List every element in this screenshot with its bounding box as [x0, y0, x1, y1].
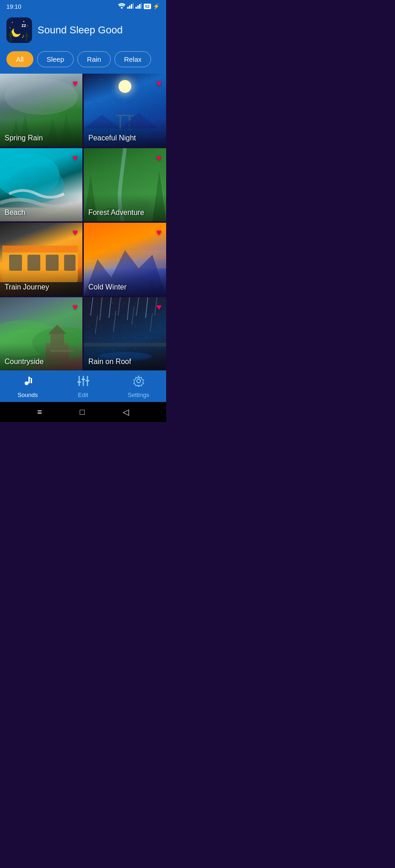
svg-rect-6	[137, 5, 139, 9]
favorite-spring-rain[interactable]: ♥	[72, 78, 78, 89]
svg-point-75	[25, 381, 28, 385]
sound-title-cold-winter: Cold Winter	[88, 283, 127, 291]
svg-line-69	[114, 311, 116, 332]
svg-rect-56	[46, 343, 69, 361]
svg-rect-29	[129, 116, 130, 130]
sound-title-forest-adventure: Forest Adventure	[88, 209, 144, 217]
svg-rect-42	[9, 255, 22, 271]
sound-grid: ♥ Spring Rain ♥ Peaceful Night	[0, 74, 166, 370]
svg-rect-77	[31, 378, 32, 383]
sound-card-rain-on-roof[interactable]: ♥ Rain on Roof	[84, 297, 166, 370]
svg-rect-72	[84, 343, 166, 347]
svg-marker-26	[60, 113, 73, 147]
menu-button[interactable]: ≡	[37, 407, 42, 417]
nav-item-settings[interactable]: Settings	[111, 375, 166, 398]
svg-point-16	[14, 26, 22, 34]
favorite-rain-on-roof[interactable]: ♥	[156, 302, 162, 312]
edit-nav-label: Edit	[78, 391, 88, 398]
svg-line-68	[95, 316, 97, 334]
svg-rect-84	[86, 380, 89, 381]
favorite-forest-adventure[interactable]: ♥	[156, 153, 162, 163]
svg-marker-39	[152, 171, 166, 221]
sound-card-spring-rain[interactable]: ♥ Spring Rain	[0, 74, 82, 147]
svg-point-10	[12, 22, 13, 23]
svg-text:zz: zz	[22, 23, 26, 28]
svg-point-85	[137, 379, 141, 383]
svg-line-64	[127, 297, 130, 320]
charging-icon: ⚡	[153, 3, 160, 10]
app-header: zz ♪ Sound Sleep Good	[0, 13, 166, 49]
svg-rect-83	[77, 381, 81, 383]
signal-icon-2	[135, 3, 142, 10]
system-nav-bar: ≡ □ ◁	[0, 402, 166, 422]
svg-marker-25	[46, 117, 60, 147]
svg-marker-51	[148, 278, 157, 296]
bottom-navigation: Sounds Edit Settings	[0, 370, 166, 402]
favorite-beach[interactable]: ♥	[72, 153, 78, 163]
nav-item-edit[interactable]: Edit	[55, 375, 111, 398]
settings-nav-icon	[133, 375, 145, 390]
svg-rect-28	[119, 116, 121, 130]
status-icons: 52 ⚡	[118, 3, 160, 10]
svg-rect-27	[116, 115, 134, 116]
sound-title-peaceful-night: Peaceful Night	[88, 134, 136, 142]
favorite-cold-winter[interactable]: ♥	[156, 227, 162, 238]
svg-text:♪: ♪	[22, 33, 24, 39]
svg-rect-43	[27, 255, 40, 271]
edit-nav-icon	[77, 375, 89, 390]
filter-tab-all[interactable]: All	[6, 51, 33, 67]
wifi-icon	[118, 3, 125, 10]
signal-icon-1	[127, 3, 134, 10]
app-title: Sound Sleep Good	[38, 24, 123, 36]
svg-rect-4	[133, 3, 134, 9]
favorite-peaceful-night[interactable]: ♥	[156, 78, 162, 89]
sound-title-beach: Beach	[5, 209, 25, 217]
svg-rect-8	[141, 3, 142, 9]
svg-rect-59	[50, 350, 73, 352]
svg-point-12	[27, 25, 28, 26]
favorite-countryside[interactable]: ♥	[72, 302, 78, 312]
svg-point-0	[121, 7, 123, 9]
nav-item-sounds[interactable]: Sounds	[0, 375, 55, 398]
svg-line-63	[118, 297, 120, 316]
svg-line-71	[150, 313, 152, 332]
svg-rect-5	[135, 7, 137, 9]
svg-point-11	[23, 21, 24, 22]
settings-nav-label: Settings	[128, 391, 149, 398]
home-button[interactable]: □	[80, 407, 85, 417]
sound-title-spring-rain: Spring Rain	[5, 134, 43, 142]
svg-line-70	[132, 306, 134, 325]
favorite-train-journey[interactable]: ♥	[72, 227, 78, 238]
status-time: 19:10	[6, 3, 22, 10]
sound-title-train-journey: Train Journey	[5, 283, 49, 291]
sound-title-rain-on-roof: Rain on Roof	[88, 358, 131, 366]
svg-marker-23	[9, 119, 23, 147]
svg-marker-52	[155, 280, 164, 296]
filter-tab-relax[interactable]: Relax	[114, 51, 151, 67]
svg-point-22	[5, 78, 78, 115]
filter-tab-rain[interactable]: Rain	[77, 51, 111, 67]
svg-rect-2	[129, 5, 130, 9]
status-bar: 19:10 52 ⚡	[0, 0, 166, 13]
sound-card-forest-adventure[interactable]: ♥ Forest Adventure	[84, 148, 166, 221]
sound-card-countryside[interactable]: ♥ Countryside	[0, 297, 82, 370]
sound-card-beach[interactable]: ♥ Beach	[0, 148, 82, 221]
svg-marker-31	[84, 115, 120, 129]
sound-card-peaceful-night[interactable]: ♥ Peaceful Night	[84, 74, 166, 147]
svg-rect-57	[50, 334, 64, 345]
sound-title-countryside: Countryside	[5, 358, 43, 366]
back-button[interactable]: ◁	[123, 407, 129, 417]
sounds-nav-label: Sounds	[17, 391, 38, 398]
sounds-nav-icon	[22, 375, 34, 390]
svg-rect-41	[2, 246, 78, 252]
sound-card-cold-winter[interactable]: ♥ Cold Winter	[84, 223, 166, 296]
app-icon: zz ♪	[6, 17, 32, 43]
filter-tab-sleep[interactable]: Sleep	[37, 51, 74, 67]
svg-rect-45	[64, 255, 76, 271]
svg-rect-44	[46, 255, 59, 271]
svg-rect-3	[131, 4, 132, 9]
battery-level: 52	[144, 4, 151, 9]
svg-rect-19	[26, 37, 27, 42]
sound-card-train-journey[interactable]: ♥ Train Journey	[0, 223, 82, 296]
svg-line-65	[136, 297, 139, 316]
